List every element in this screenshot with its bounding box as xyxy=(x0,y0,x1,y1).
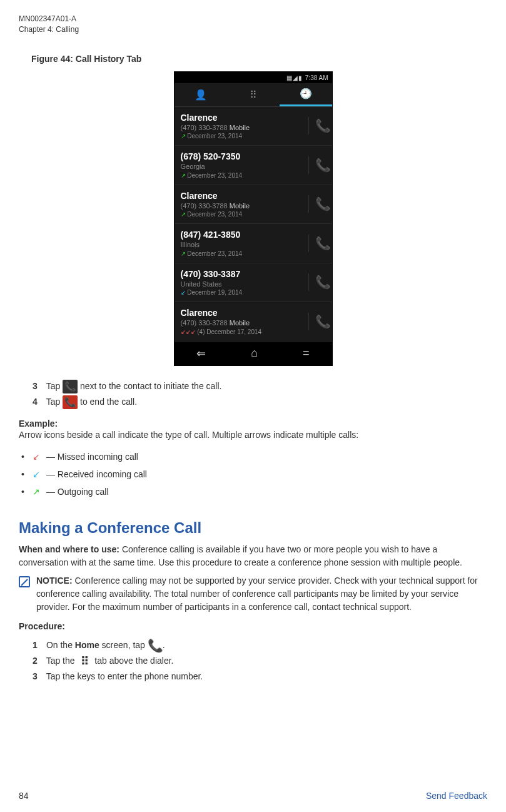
status-bar: 7:38 AM ▦ ◢ ▮ xyxy=(175,72,332,83)
example-text: Arrow icons beside a call indicate the t… xyxy=(19,429,487,442)
call-row[interactable]: Clarence(470) 330-3788 Mobile↗ December … xyxy=(175,107,332,146)
contacts-tab[interactable]: 👤 xyxy=(175,83,227,106)
missed-call-icon: ↙ xyxy=(33,448,44,465)
call-action-icon[interactable]: 📞 xyxy=(308,195,326,213)
android-navbar: ⇐ ⌂ = xyxy=(175,342,332,365)
home-button[interactable]: ⌂ xyxy=(251,347,258,360)
step-list-b: 1 On the Home screen, tap 📞. 2 Tap the ⠿… xyxy=(33,637,487,685)
back-button[interactable]: ⇐ xyxy=(196,347,206,360)
doc-header: MN002347A01-A Chapter 4: Calling xyxy=(19,14,487,35)
call-row[interactable]: (470) 330-3387United States↙ December 19… xyxy=(175,263,332,302)
proc-step-3: 3 Tap the keys to enter the phone number… xyxy=(33,669,487,684)
doc-id: MN002347A01-A xyxy=(19,14,487,24)
call-list: Clarence(470) 330-3788 Mobile↗ December … xyxy=(175,107,332,342)
dialer-tabs: 👤 ⠿ 🕘 xyxy=(175,83,332,107)
call-row[interactable]: (847) 421-3850Illinois↗ December 23, 201… xyxy=(175,224,332,263)
outgoing-call-icon: ↗ xyxy=(33,483,44,500)
section-title: Making a Conference Call xyxy=(19,519,487,537)
call-row[interactable]: Clarence(470) 330-3788 Mobile↙↙↙ (4) Dec… xyxy=(175,302,332,341)
when-where-text: When and where to use: Conference callin… xyxy=(19,543,487,569)
chapter-label: Chapter 4: Calling xyxy=(19,24,487,35)
page-footer: 84 Send Feedback xyxy=(19,791,487,801)
call-action-icon[interactable]: 📞 xyxy=(308,273,326,291)
status-icons: ▦ ◢ ▮ xyxy=(286,73,301,83)
notice-block: NOTICE: Conference calling may not be su… xyxy=(19,574,487,614)
page-number: 84 xyxy=(19,791,29,801)
step-number: 3 xyxy=(33,669,44,684)
keypad-tab[interactable]: ⠿ xyxy=(227,83,280,106)
step-3: 3 Tap 📞 next to the contact to initiate … xyxy=(33,378,487,394)
step-number: 1 xyxy=(33,637,44,653)
call-row[interactable]: (678) 520-7350Georgia↗ December 23, 2014… xyxy=(175,146,332,185)
call-action-icon[interactable]: 📞 xyxy=(308,156,326,174)
call-row[interactable]: Clarence(470) 330-3788 Mobile↗ December … xyxy=(175,185,332,224)
call-type-bullets: •↙ — Missed incoming call •↙ — Received … xyxy=(19,448,487,500)
bullet-received: •↙ — Received incoming call xyxy=(21,465,487,483)
proc-step-2: 2 Tap the ⠿ tab above the dialer. xyxy=(33,653,487,669)
phone-app-icon: 📞 xyxy=(148,639,163,652)
example-heading: Example: xyxy=(19,419,487,429)
step-list-a: 3 Tap 📞 next to the contact to initiate … xyxy=(33,378,487,410)
step-4: 4 Tap 📞 to end the call. xyxy=(33,394,487,410)
end-call-icon: 📞 xyxy=(63,395,78,409)
status-time: 7:38 AM xyxy=(305,73,328,83)
send-feedback-link[interactable]: Send Feedback xyxy=(426,791,487,801)
notice-icon xyxy=(19,576,30,587)
call-action-icon[interactable]: 📞 xyxy=(308,313,326,330)
procedure-heading: Procedure: xyxy=(19,621,487,631)
received-call-icon: ↙ xyxy=(33,465,44,483)
call-icon: 📞 xyxy=(63,380,78,393)
step-number: 3 xyxy=(33,378,44,394)
bullet-outgoing: •↗ — Outgoing call xyxy=(21,483,487,500)
call-action-icon[interactable]: 📞 xyxy=(308,235,326,252)
step-number: 2 xyxy=(33,653,44,669)
bullet-missed: •↙ — Missed incoming call xyxy=(21,448,487,465)
call-action-icon[interactable]: 📞 xyxy=(308,117,326,134)
step-number: 4 xyxy=(33,394,44,410)
recent-button[interactable]: = xyxy=(303,347,310,360)
proc-step-1: 1 On the Home screen, tap 📞. xyxy=(33,637,487,653)
call-history-screenshot: 7:38 AM ▦ ◢ ▮ 👤 ⠿ 🕘 Clarence(470) 330-37… xyxy=(174,71,333,366)
keypad-tab-icon: ⠿ xyxy=(77,654,92,668)
history-tab[interactable]: 🕘 xyxy=(280,83,332,106)
figure-title: Figure 44: Call History Tab xyxy=(31,54,487,64)
